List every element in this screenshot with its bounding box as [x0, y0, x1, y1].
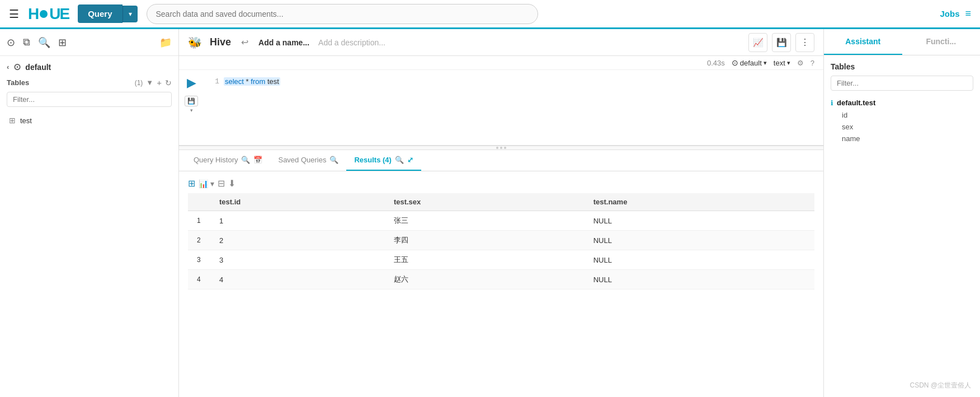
cell-name: NULL — [585, 270, 814, 289]
center-content: 🐝 Hive ↩ Add a name... Add a description… — [179, 29, 823, 397]
results-expand-icon[interactable]: ⤢ — [407, 156, 413, 164]
table-name: test — [20, 116, 32, 125]
table-header-row: test.id test.sex test.name — [188, 193, 814, 211]
search-input[interactable] — [147, 4, 538, 24]
right-filter-input[interactable] — [831, 76, 973, 91]
query-button-group: Query ▾ — [78, 4, 137, 23]
database-header[interactable]: ‹ ⊙ default — [7, 62, 172, 72]
tab-functions[interactable]: Functi... — [902, 29, 981, 55]
editor-status-bar: 0.43s ⊙ default ▾ text ▾ ⚙ ? — [179, 56, 823, 70]
settings-icon[interactable]: ⚙ — [797, 59, 804, 67]
info-icon: ℹ — [831, 99, 833, 107]
database-name: default — [25, 63, 51, 72]
tab-query-history[interactable]: Query History 🔍 📅 — [186, 150, 270, 171]
code-area[interactable]: 1 select * from test — [204, 70, 823, 137]
save-dropdown-mini[interactable]: ▾ — [185, 108, 198, 113]
results-table: test.id test.sex test.name 1 1 张三 NULL 2… — [188, 193, 814, 289]
nav-right-section: Jobs ≡ — [940, 8, 971, 20]
main-layout: ⊙ ⧉ 🔍 ⊞ 📁 ‹ ⊙ default Tables (1) ▼ + ↻ — [0, 29, 980, 397]
resize-dots — [496, 147, 506, 149]
panel-resize-handle[interactable] — [179, 146, 823, 150]
execution-time: 0.43s — [707, 59, 725, 67]
code-star: * — [246, 77, 251, 86]
table-list-item[interactable]: ⊞ test — [7, 113, 172, 128]
filter-tables-icon[interactable]: ▼ — [146, 78, 153, 87]
save-action-group[interactable]: 💾 ▾ — [185, 96, 198, 113]
cell-id: 2 — [210, 231, 385, 250]
chart-button[interactable]: 📈 — [748, 33, 767, 52]
cell-id: 4 — [210, 270, 385, 289]
database-selector[interactable]: ⊙ default ▾ — [732, 58, 767, 67]
databases-icon[interactable]: ⊙ — [7, 36, 15, 49]
row-num-cell: 1 — [188, 211, 210, 231]
row-num-cell: 2 — [188, 231, 210, 250]
tab-assistant[interactable]: Assistant — [824, 29, 902, 55]
search-icon[interactable]: 🔍 — [38, 36, 50, 49]
tab-saved-queries[interactable]: Saved Queries 🔍 — [270, 150, 346, 171]
results-search-icon[interactable]: 🔍 — [395, 156, 404, 164]
cell-name: NULL — [585, 250, 814, 270]
code-content[interactable]: select * from test — [224, 76, 823, 133]
hamburger-menu-button[interactable]: ☰ — [9, 7, 19, 21]
cell-name: NULL — [585, 231, 814, 250]
field-sex: sex — [831, 121, 973, 133]
right-table-name: default.test — [837, 99, 875, 107]
cell-sex: 赵六 — [385, 270, 585, 289]
table-view-button[interactable]: ⊟ — [218, 178, 225, 189]
add-table-icon[interactable]: + — [157, 78, 162, 87]
results-label: Results (4) — [354, 156, 391, 164]
db-name-status: default — [740, 59, 762, 67]
type-label: text — [774, 59, 785, 67]
query-history-search-icon[interactable]: 🔍 — [241, 156, 250, 164]
editor-left-actions: ▶ 💾 ▾ — [179, 70, 204, 137]
results-table-wrapper: ⊞ 📊 ▾ ⊟ ⬇ test.id test.sex test.name — [179, 171, 823, 296]
query-history-label: Query History — [194, 156, 238, 164]
chart-dropdown-button[interactable]: 📊 ▾ — [199, 179, 214, 188]
download-button[interactable]: ⬇ — [228, 178, 235, 189]
saved-queries-search-icon[interactable]: 🔍 — [329, 156, 338, 164]
cell-id: 3 — [210, 250, 385, 270]
tables-count: (1) — [135, 79, 143, 87]
bottom-panel: Query History 🔍 📅 Saved Queries 🔍 Result… — [179, 146, 823, 397]
filter-input[interactable] — [7, 92, 172, 107]
save-button[interactable]: 💾 — [772, 33, 791, 52]
table-row: 1 1 张三 NULL — [188, 211, 814, 231]
top-navigation: ☰ H UE Query ▾ Jobs ≡ — [0, 0, 980, 29]
right-table-item[interactable]: ℹ default.test — [831, 96, 973, 109]
tables-label: Tables — [7, 78, 29, 87]
type-selector[interactable]: text ▾ — [774, 59, 790, 67]
query-history-calendar-icon[interactable]: 📅 — [253, 156, 262, 164]
cell-sex: 李四 — [385, 231, 585, 250]
field-id: id — [831, 109, 973, 121]
col-test-sex: test.sex — [385, 193, 585, 211]
grid-icon[interactable]: ⊞ — [58, 36, 67, 49]
cell-sex: 王五 — [385, 250, 585, 270]
save-mini-button[interactable]: 💾 — [185, 96, 198, 106]
hive-bee-icon: 🐝 — [188, 36, 202, 49]
refresh-tables-icon[interactable]: ↻ — [165, 78, 172, 87]
grid-view-button[interactable]: ⊞ — [188, 178, 195, 189]
keyword-from: from — [251, 77, 265, 86]
help-icon[interactable]: ? — [811, 59, 814, 67]
query-desc-field[interactable]: Add a description... — [318, 38, 385, 47]
tab-results[interactable]: Results (4) 🔍 ⤢ — [346, 150, 421, 171]
db-dropdown-icon: ▾ — [764, 59, 767, 67]
saved-queries-label: Saved Queries — [278, 156, 326, 164]
jobs-link[interactable]: Jobs — [940, 9, 959, 18]
cell-sex: 张三 — [385, 211, 585, 231]
watermark: CSDN @尘世壹俗人 — [910, 381, 971, 390]
copy-icon[interactable]: ⧉ — [23, 36, 30, 48]
folder-icon[interactable]: 📁 — [159, 36, 172, 49]
right-sidebar-tabs: Assistant Functi... — [824, 29, 980, 55]
query-dropdown-button[interactable]: ▾ — [123, 6, 138, 22]
right-sidebar: Assistant Functi... Tables ℹ default.tes… — [823, 29, 980, 397]
more-options-button[interactable]: ⋮ — [795, 33, 814, 52]
code-table-ref: test — [267, 77, 279, 86]
query-main-button[interactable]: Query — [78, 4, 122, 23]
undo-button[interactable]: ↩ — [241, 37, 248, 48]
cell-id: 1 — [210, 211, 385, 231]
line-numbers: 1 — [204, 76, 224, 133]
run-query-button[interactable]: ▶ — [187, 76, 196, 90]
keyword-select: select — [225, 77, 244, 86]
query-name-field[interactable]: Add a name... — [258, 38, 309, 47]
